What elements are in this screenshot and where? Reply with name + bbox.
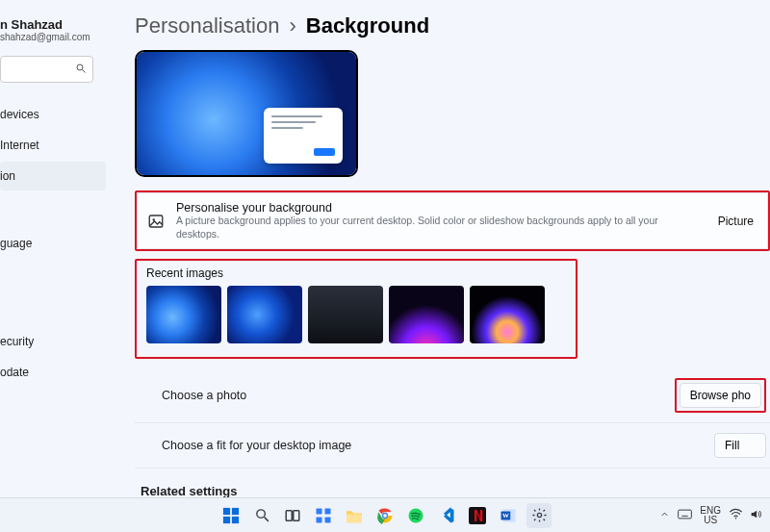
vscode-icon[interactable]	[434, 503, 459, 528]
highlight-browse-button: Browse pho	[675, 378, 766, 413]
choose-photo-label: Choose a photo	[162, 389, 246, 402]
widgets-icon[interactable]	[311, 503, 336, 528]
breadcrumb-parent[interactable]: Personalisation	[135, 13, 279, 38]
highlight-recent-images: Recent images	[135, 259, 578, 359]
recent-thumb-2[interactable]	[227, 286, 302, 343]
breadcrumb-current: Background	[306, 13, 429, 38]
tray-chevron-icon[interactable]	[659, 509, 670, 522]
svg-rect-6	[223, 516, 230, 522]
image-icon	[147, 213, 165, 230]
browse-photos-button[interactable]: Browse pho	[680, 383, 761, 408]
svg-rect-7	[232, 516, 239, 522]
start-button[interactable]	[218, 503, 244, 528]
svg-rect-10	[286, 510, 292, 520]
choose-photo-row: Choose a photo Browse pho	[135, 368, 770, 423]
nav-item-security[interactable]: ecurity	[0, 327, 106, 356]
recent-images-title: Recent images	[146, 266, 566, 280]
tray-keyboard-icon[interactable]	[678, 509, 692, 522]
svg-rect-21	[469, 507, 486, 524]
word-icon[interactable]: W	[496, 503, 521, 528]
svg-rect-2	[149, 215, 163, 227]
nav-item-language[interactable]: guage	[0, 229, 106, 258]
file-explorer-icon[interactable]	[342, 503, 367, 528]
desktop-preview	[135, 50, 358, 177]
user-block[interactable]: n Shahzad shahzad@gmail.com	[0, 17, 106, 42]
personalise-desc: A picture background applies to your cur…	[176, 215, 703, 241]
svg-point-8	[256, 510, 265, 519]
svg-text:W: W	[502, 512, 509, 519]
svg-rect-5	[232, 507, 239, 514]
fit-dropdown[interactable]: Fill	[714, 433, 766, 458]
svg-point-0	[77, 64, 83, 70]
recent-thumb-5[interactable]	[470, 286, 545, 343]
nav-item-personalisation[interactable]: ion	[0, 162, 106, 190]
svg-rect-15	[325, 517, 331, 522]
nav-item-internet[interactable]: Internet	[0, 131, 106, 160]
tray-language[interactable]: ENG US	[700, 506, 721, 525]
svg-point-19	[383, 514, 387, 518]
personalise-title: Personalise your background	[176, 201, 703, 215]
wifi-icon[interactable]	[729, 508, 743, 522]
taskbar-center: W	[218, 503, 552, 528]
svg-rect-14	[317, 517, 322, 522]
user-name: n Shahzad	[0, 17, 106, 32]
choose-fit-label: Choose a fit for your desktop image	[162, 439, 351, 452]
svg-line-9	[264, 518, 268, 521]
chevron-right-icon: ›	[289, 13, 295, 38]
svg-point-25	[537, 513, 541, 517]
personalise-value-dropdown[interactable]: Picture	[714, 211, 757, 232]
volume-icon[interactable]	[749, 508, 762, 523]
svg-rect-12	[317, 508, 322, 514]
spotify-icon[interactable]	[403, 503, 428, 528]
svg-rect-4	[223, 507, 230, 514]
nav-item-update[interactable]: odate	[0, 358, 106, 387]
taskbar-tray: ENG US	[659, 506, 762, 525]
svg-rect-13	[325, 508, 331, 514]
sidebar-search[interactable]	[0, 56, 106, 83]
main-panel: Personalisation › Background	[106, 0, 770, 532]
svg-line-1	[83, 70, 86, 73]
svg-rect-26	[679, 510, 692, 519]
recent-thumb-4[interactable]	[389, 286, 464, 343]
recent-thumb-3[interactable]	[308, 286, 383, 343]
highlight-personalise-row: Personalise your background A picture ba…	[135, 190, 770, 251]
nav-group-2: guage	[0, 229, 106, 289]
netflix-icon[interactable]	[465, 503, 490, 528]
nav-group-3: ecurity odate	[0, 327, 106, 387]
task-view-icon[interactable]	[280, 503, 305, 528]
taskbar-search-icon[interactable]	[249, 503, 274, 528]
settings-icon[interactable]	[526, 503, 552, 528]
taskbar: W ENG US	[0, 497, 770, 532]
nav-group-1: devices Internet ion	[0, 100, 106, 190]
personalise-text: Personalise your background A picture ba…	[176, 201, 703, 241]
chrome-icon[interactable]	[372, 503, 398, 528]
nav-item-devices[interactable]: devices	[0, 100, 106, 129]
svg-rect-11	[294, 510, 299, 520]
svg-rect-16	[346, 514, 362, 522]
recent-thumb-1[interactable]	[146, 286, 221, 343]
svg-point-32	[735, 518, 737, 519]
settings-sidebar: n Shahzad shahzad@gmail.com devices Inte…	[0, 0, 106, 532]
recent-thumbnails	[146, 286, 566, 343]
breadcrumb: Personalisation › Background	[135, 13, 770, 38]
search-icon	[75, 63, 87, 76]
choose-fit-row: Choose a fit for your desktop image Fill	[135, 423, 770, 469]
search-input[interactable]	[0, 56, 93, 83]
preview-window-card	[264, 108, 343, 164]
user-email: shahzad@gmail.com	[0, 32, 106, 42]
nav-item-blank[interactable]	[0, 260, 106, 289]
